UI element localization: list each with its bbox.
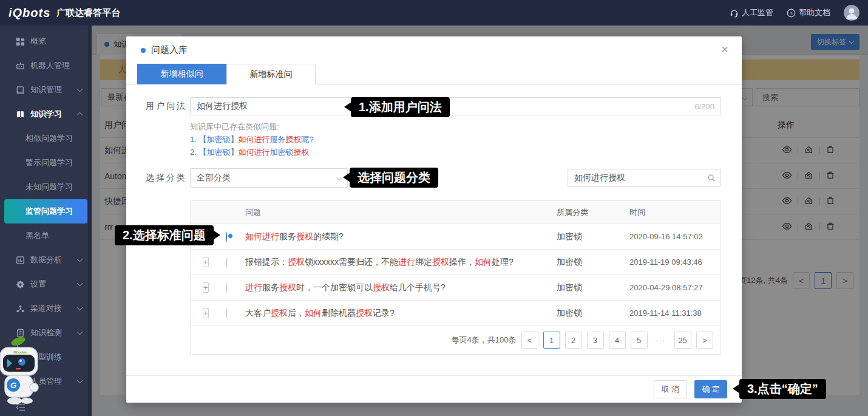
time-cell: 2019-11-14 11:31:38 <box>629 309 721 318</box>
search-icon <box>707 174 721 182</box>
sidebar-subitem-label: 相似问题学习 <box>25 133 73 144</box>
radio-selected[interactable] <box>226 231 227 242</box>
page-button-2[interactable]: 2 <box>565 332 582 349</box>
question-entry-modal: 问题入库 × 新增相似问 新增标准问 用户问法 6/200 知识库中已存在类似问… <box>126 36 742 403</box>
radio-unselected[interactable] <box>226 257 227 268</box>
pagination-ellipsis[interactable]: ··· <box>653 336 670 345</box>
modal-tabs: 新增相似问 新增标准问 <box>126 64 742 84</box>
brand-title: 广联达睿答平台 <box>56 7 120 19</box>
sidebar-item-robots[interactable]: 机器人管理 <box>0 53 92 78</box>
category-cell: 加密锁 <box>557 231 629 242</box>
app-window: iQbots 广联达睿答平台 人工监管 ? 帮助文档 概览 <box>0 0 868 416</box>
sidebar-item-knowledge-mgmt[interactable]: 知识管理 <box>0 78 92 102</box>
col-category: 所属分类 <box>557 207 629 218</box>
sidebar-subitem-supervision-active[interactable]: 监管问题学习 <box>4 199 87 223</box>
table-row: + 报错提示：授权锁xxxxxx需要归还，不能进行绑定授权操作，如何处理? 加密… <box>191 250 721 275</box>
callout-arrow-right <box>213 230 220 240</box>
sidebar-subitem-similar[interactable]: 相似问题学习 <box>0 126 92 151</box>
sidebar-item-label: 知识学习 <box>30 109 62 120</box>
expand-button[interactable]: + <box>203 257 209 267</box>
page-button-5[interactable]: 5 <box>631 332 648 349</box>
chevron-down-icon <box>337 176 342 180</box>
sidebar-item-label: 数据分析 <box>30 254 62 265</box>
sidebar-item-label: 概览 <box>30 36 46 47</box>
modal-pagination: 每页4条，共100条 < 1 2 3 4 5 ··· 25 > <box>191 326 721 354</box>
sidebar-item-overview[interactable]: 概览 <box>0 29 92 53</box>
sidebar-item-label: 渠道对接 <box>30 303 62 314</box>
knowledge-icon <box>16 86 25 95</box>
tab-add-similar-question[interactable]: 新增相似问 <box>137 64 226 84</box>
char-counter: 6/200 <box>694 102 721 111</box>
question-text[interactable]: 如何进行服务授权的续期? <box>245 231 557 242</box>
modal-footer: 取 消 确 定 <box>126 375 742 403</box>
learning-icon <box>16 110 25 119</box>
user-question-field: 6/200 <box>190 97 721 115</box>
page-button-1[interactable]: 1 <box>543 332 560 349</box>
manual-review-link[interactable]: 人工监管 <box>730 7 773 18</box>
modal-search-box <box>568 169 721 187</box>
radio-unselected[interactable] <box>226 282 227 293</box>
help-icon: ? <box>787 9 796 18</box>
category-select[interactable]: 全部分类 <box>190 168 348 188</box>
help-docs-link[interactable]: ? 帮助文档 <box>787 7 830 18</box>
category-cell: 加密锁 <box>557 282 629 293</box>
modal-search-input[interactable] <box>568 173 707 183</box>
close-icon[interactable]: × <box>721 43 728 55</box>
sidebar-item-analytics[interactable]: 数据分析 <box>0 248 92 272</box>
callout-arrow-left <box>733 384 740 394</box>
category-cell: 加密锁 <box>557 257 629 268</box>
callout-step3-click-confirm: 3.点击“确定” <box>739 379 826 399</box>
chevron-down-icon <box>77 305 83 311</box>
table-row: + 大客户授权后，如何删除机器授权记录? 加密锁 2019-11-14 11:3… <box>191 301 721 326</box>
sidebar-subitem-blacklist[interactable]: 黑名单 <box>0 223 92 248</box>
expand-button[interactable]: + <box>203 282 209 293</box>
modal-header: 问题入库 × <box>126 36 742 64</box>
confirm-button[interactable]: 确 定 <box>694 380 727 398</box>
tab-add-standard-question[interactable]: 新增标准问 <box>226 64 316 84</box>
sidebar-subitem-label: 警示问题学习 <box>25 157 73 168</box>
top-header-bar: iQbots 广联达睿答平台 人工监管 ? 帮助文档 <box>0 0 868 26</box>
category-select-value: 全部分类 <box>197 172 231 183</box>
sidebar-subitem-warning[interactable]: 警示问题学习 <box>0 151 92 175</box>
chevron-up-icon <box>77 112 83 118</box>
question-text[interactable]: 大客户授权后，如何删除机器授权记录? <box>245 308 557 319</box>
brand-logo: iQbots <box>8 6 50 20</box>
chevron-down-icon <box>77 378 83 384</box>
next-page-button[interactable]: > <box>696 332 713 349</box>
hint-link-1[interactable]: 1. 【加密锁】如何进行服务授权呢? <box>190 133 314 146</box>
prev-page-button[interactable]: < <box>521 332 538 349</box>
cancel-button[interactable]: 取 消 <box>654 380 688 398</box>
callout-step2-select-standard-question: 2.选择标准问题 <box>115 225 214 245</box>
question-text[interactable]: 进行服务授权时，一个加密锁可以授权给几个手机号? <box>245 282 557 293</box>
hint-link-2[interactable]: 2. 【加密锁】如何进行加密锁授权 <box>190 146 314 159</box>
sidebar-subitem-unknown[interactable]: 未知问题学习 <box>0 175 92 199</box>
expand-button[interactable]: + <box>203 308 209 318</box>
category-row: 选择分类 <box>146 168 187 188</box>
robot-icon <box>16 61 25 70</box>
channel-icon <box>16 304 25 313</box>
callout-arrow-left <box>344 102 351 112</box>
radio-unselected[interactable] <box>226 308 227 319</box>
avatar[interactable] <box>844 5 860 21</box>
col-question: 问题 <box>245 207 557 218</box>
question-text[interactable]: 报错提示：授权锁xxxxxx需要归还，不能进行绑定授权操作，如何处理? <box>245 257 557 268</box>
col-time: 时间 <box>629 207 721 218</box>
page-button-25[interactable]: 25 <box>674 332 691 349</box>
sidebar-subitem-label: 黑名单 <box>25 230 49 241</box>
sidebar-item-knowledge-learning[interactable]: 知识学习 <box>0 102 92 126</box>
callout-text: 3.点击“确定” <box>747 381 818 397</box>
page-button-4[interactable]: 4 <box>609 332 626 349</box>
chevron-down-icon <box>77 281 83 287</box>
chevron-down-icon <box>77 86 83 92</box>
callout-step1-add-user-question: 1.添加用户问法 <box>351 97 450 117</box>
user-question-row: 用户问法 <box>146 97 187 115</box>
user-question-label: 用户问法 <box>146 101 187 112</box>
sidebar-item-channel[interactable]: 渠道对接 <box>0 296 92 321</box>
overview-icon <box>16 37 25 46</box>
header-actions: 人工监管 ? 帮助文档 <box>730 5 860 21</box>
page-button-3[interactable]: 3 <box>587 332 604 349</box>
sidebar-item-label: 机器人管理 <box>30 60 70 71</box>
table-row: + 如何进行服务授权的续期? 加密锁 2020-09-16 14:57:02 <box>191 224 721 250</box>
time-cell: 2019-11-19 09:43:46 <box>629 257 721 267</box>
sidebar-item-settings[interactable]: 设置 <box>0 272 92 296</box>
